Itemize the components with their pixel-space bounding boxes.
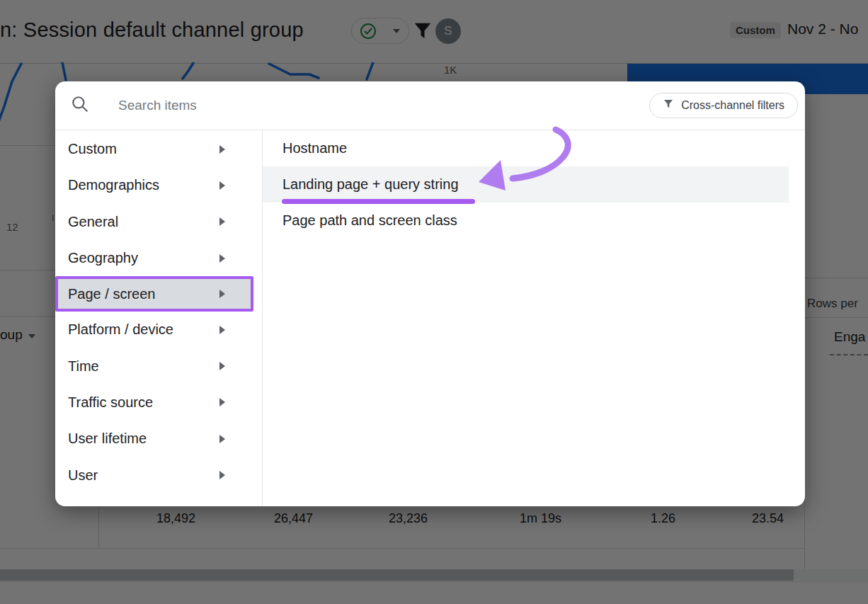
category-user-lifetime[interactable]: User lifetime: [55, 421, 262, 457]
filter-icon: [663, 98, 674, 113]
chevron-right-icon: [219, 290, 225, 298]
annotation-underline: [282, 199, 475, 204]
category-time[interactable]: Time: [55, 348, 262, 384]
dialog-body: Custom Demographics General Geography Pa…: [55, 130, 805, 506]
dimension-picker-dialog: Cross-channel filters Custom Demographic…: [55, 81, 805, 506]
cross-channel-filters-label: Cross-channel filters: [681, 99, 784, 112]
category-column: Custom Demographics General Geography Pa…: [55, 130, 263, 506]
chevron-right-icon: [219, 217, 225, 226]
category-custom[interactable]: Custom: [55, 131, 262, 167]
chevron-right-icon: [219, 254, 225, 263]
chevron-right-icon: [219, 471, 225, 479]
dimension-hostname[interactable]: Hostname: [263, 130, 805, 166]
search-icon: [71, 95, 89, 116]
category-demographics[interactable]: Demographics: [55, 167, 262, 203]
chevron-right-icon: [219, 326, 225, 334]
search-input[interactable]: [118, 98, 515, 113]
category-user[interactable]: User: [55, 457, 262, 493]
category-platform-device[interactable]: Platform / device: [55, 312, 262, 348]
cross-channel-filters-button[interactable]: Cross-channel filters: [649, 93, 798, 118]
chevron-right-icon: [219, 181, 225, 190]
screenshot-root: n: Session default channel group S Custo…: [0, 0, 868, 604]
chevron-right-icon: [219, 145, 225, 154]
category-general[interactable]: General: [55, 204, 262, 240]
dimension-column: Hostname Landing page + query string Pag…: [263, 130, 805, 506]
category-page-screen[interactable]: Page / screen: [55, 276, 253, 312]
dimension-landing-page-query-string[interactable]: Landing page + query string: [263, 166, 789, 203]
category-traffic-source[interactable]: Traffic source: [55, 384, 262, 421]
chevron-right-icon: [219, 435, 225, 443]
chevron-right-icon: [219, 398, 225, 406]
dimension-page-path-screen-class[interactable]: Page path and screen class: [263, 203, 805, 239]
chevron-right-icon: [219, 362, 225, 370]
category-geography[interactable]: Geography: [55, 240, 262, 276]
